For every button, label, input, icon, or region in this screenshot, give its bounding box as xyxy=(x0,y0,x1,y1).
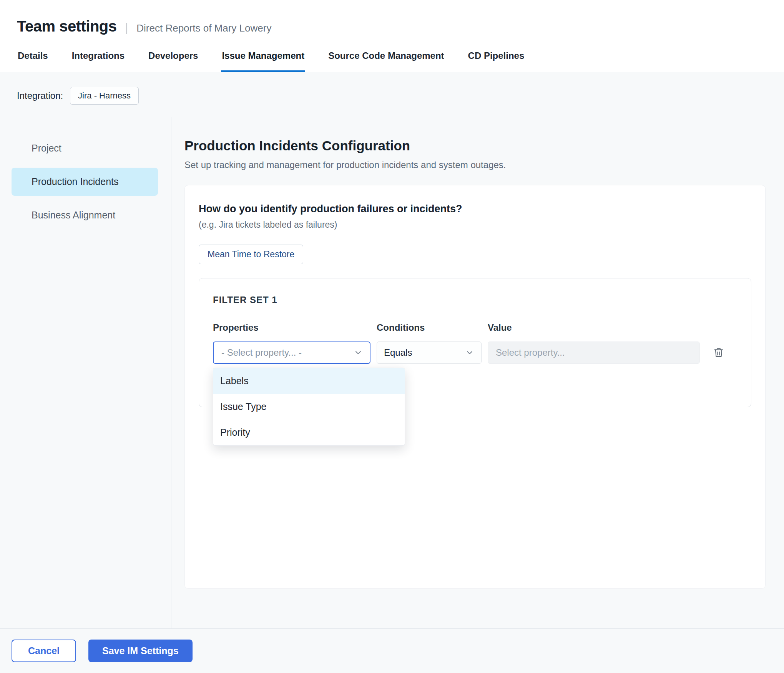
main-panel: Production Incidents Configuration Set u… xyxy=(171,117,784,628)
property-select[interactable]: - Select property... - Labels Issue Type… xyxy=(213,341,370,364)
mean-time-to-restore-chip[interactable]: Mean Time to Restore xyxy=(199,245,303,264)
config-hint: (e.g. Jira tickets labeled as failures) xyxy=(199,220,751,230)
integration-row: Integration: Jira - Harness xyxy=(0,72,784,117)
config-question: How do you identify production failures … xyxy=(199,203,751,215)
properties-header: Properties xyxy=(213,322,370,333)
sidebar-item-production-incidents[interactable]: Production Incidents xyxy=(12,168,158,196)
value-input-wrapper xyxy=(488,341,700,364)
section-subtitle: Set up tracking and management for produ… xyxy=(184,160,766,170)
incidents-config-card: How do you identify production failures … xyxy=(184,185,766,589)
tab-issue-management[interactable]: Issue Management xyxy=(221,39,305,72)
filter-set-title: FILTER SET 1 xyxy=(213,295,737,305)
filter-column-headers: Properties Conditions Value xyxy=(213,322,737,333)
sidebar-item-project[interactable]: Project xyxy=(12,134,158,162)
tab-integrations[interactable]: Integrations xyxy=(71,39,125,72)
content-area: Project Production Incidents Business Al… xyxy=(0,117,784,628)
chevron-down-icon xyxy=(354,348,363,357)
save-im-settings-button[interactable]: Save IM Settings xyxy=(88,640,193,662)
title-separator: | xyxy=(125,21,128,34)
trash-icon xyxy=(713,347,724,358)
footer-actions: Cancel Save IM Settings xyxy=(0,628,784,673)
sidebar-item-business-alignment[interactable]: Business Alignment xyxy=(12,201,158,229)
property-select-placeholder: - Select property... - xyxy=(220,347,302,358)
tab-source-code-management[interactable]: Source Code Management xyxy=(327,39,445,72)
filter-row: - Select property... - Labels Issue Type… xyxy=(213,341,737,364)
tab-details[interactable]: Details xyxy=(17,39,49,72)
section-title: Production Incidents Configuration xyxy=(184,138,766,153)
dropdown-option-issue-type[interactable]: Issue Type xyxy=(213,394,405,420)
delete-filter-button[interactable] xyxy=(711,345,726,360)
tab-cd-pipelines[interactable]: CD Pipelines xyxy=(467,39,525,72)
conditions-header: Conditions xyxy=(377,322,482,333)
tab-developers[interactable]: Developers xyxy=(148,39,199,72)
cancel-button[interactable]: Cancel xyxy=(12,640,76,662)
dropdown-option-labels[interactable]: Labels xyxy=(213,368,405,394)
page-header: Team settings | Direct Reports of Mary L… xyxy=(0,0,784,39)
dropdown-option-priority[interactable]: Priority xyxy=(213,420,405,445)
team-name-subtitle: Direct Reports of Mary Lowery xyxy=(136,22,271,34)
property-dropdown-menu: Labels Issue Type Priority xyxy=(213,368,405,446)
integration-chip[interactable]: Jira - Harness xyxy=(70,87,139,105)
condition-select-value: Equals xyxy=(384,347,412,358)
chevron-down-icon xyxy=(465,348,474,357)
settings-sidebar: Project Production Incidents Business Al… xyxy=(0,117,171,628)
value-input[interactable] xyxy=(496,347,692,358)
team-settings-page: Team settings | Direct Reports of Mary L… xyxy=(0,0,784,673)
value-header: Value xyxy=(488,322,700,333)
text-caret xyxy=(220,347,220,358)
filter-set-panel: FILTER SET 1 Properties Conditions Value… xyxy=(199,278,751,407)
page-title: Team settings xyxy=(17,18,117,35)
condition-select[interactable]: Equals xyxy=(377,341,482,364)
integration-label: Integration: xyxy=(17,90,63,101)
settings-tabbar: Details Integrations Developers Issue Ma… xyxy=(0,39,784,72)
